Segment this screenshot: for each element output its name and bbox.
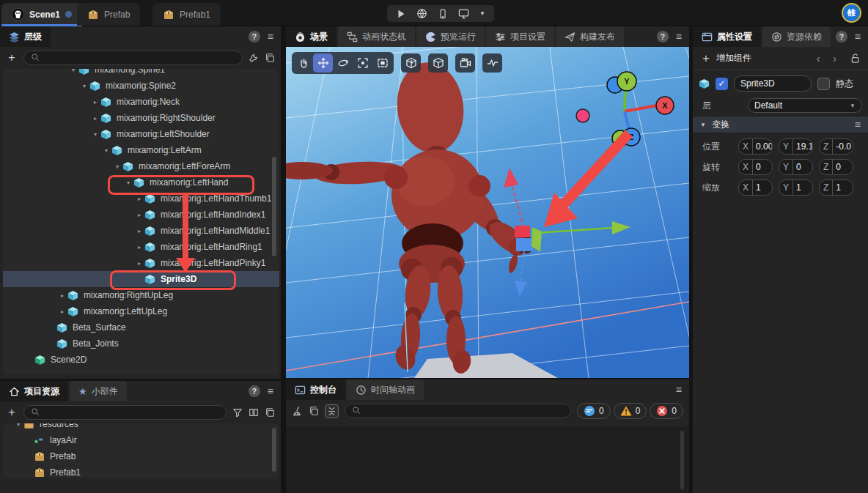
mobile-icon[interactable]: [438, 9, 448, 19]
hierarchy-scrollbar[interactable]: [272, 157, 276, 256]
hierarchy-search-input[interactable]: [23, 51, 243, 65]
field-y[interactable]: Y19.1: [779, 138, 813, 155]
expand-arrow[interactable]: ▸: [57, 292, 67, 299]
tree-item-mixamorig-leftupleg[interactable]: ▸mixamorig:LeftUpLeg: [3, 303, 279, 319]
inspector-tab[interactable]: 属性设置: [693, 26, 761, 47]
scene-viewport[interactable]: Y X Z: [286, 47, 689, 378]
web-icon[interactable]: [416, 8, 427, 19]
tree-item-mixamorig-lefthand[interactable]: ▾mixamorig:LeftHand: [3, 174, 279, 190]
tree-item-mixamorig-rightupleg[interactable]: ▸mixamorig:RightUpLeg: [3, 287, 279, 303]
object-enabled-checkbox[interactable]: ✓: [716, 78, 728, 90]
tree-item-mixamorig-leftforearm[interactable]: ▾mixamorig:LeftForeArm: [3, 158, 279, 174]
transform-section-header[interactable]: ▼ 变换 ≡: [693, 116, 868, 133]
duplicate-icon[interactable]: [265, 407, 275, 418]
copy-log-icon[interactable]: [309, 406, 319, 416]
field-z[interactable]: Z0: [819, 159, 853, 175]
help-icon[interactable]: ?: [836, 31, 847, 42]
scene-tab[interactable]: 动画状态机: [338, 26, 415, 47]
tree-item-mixamorig-lefthandring1[interactable]: ▸mixamorig:LeftHandRing1: [3, 239, 279, 255]
lock-icon[interactable]: [850, 53, 861, 64]
tree-item-resources[interactable]: ▾resources: [3, 423, 279, 432]
field-x[interactable]: X1: [738, 179, 773, 196]
tree-item-mixamorig-spine2[interactable]: ▾mixamorig:Spine2: [3, 78, 279, 94]
assets-tab[interactable]: ★小部件: [70, 381, 127, 401]
tree-item-mixamorig-lefthandmiddle1[interactable]: ▸mixamorig:LeftHandMiddle1: [3, 223, 279, 239]
tree-item-mixamorig-rightshoulder[interactable]: ▸mixamorig:RightShoulder: [3, 110, 279, 126]
doc-tab-scene1[interactable]: Scene1: [1, 3, 82, 26]
help-icon[interactable]: ?: [657, 31, 669, 42]
add-node-button[interactable]: +: [6, 51, 18, 64]
expand-arrow[interactable]: ▸: [90, 115, 100, 122]
tree-item-beta-joints[interactable]: Beta_Joints: [3, 336, 279, 352]
avatar[interactable]: 雒: [842, 3, 861, 23]
warning-badge[interactable]: 0: [614, 403, 647, 419]
tool-rect[interactable]: [372, 53, 392, 73]
expand-arrow[interactable]: ▾: [68, 69, 78, 73]
static-checkbox[interactable]: [817, 78, 830, 90]
expand-arrow[interactable]: ▸: [134, 228, 144, 234]
doc-tab-prefab[interactable]: Prefab: [77, 3, 140, 26]
tree-item-mixamorig-lefthandindex1[interactable]: ▸mixamorig:LeftHandIndex1: [3, 207, 279, 223]
expand-arrow[interactable]: ▾: [13, 423, 23, 428]
expand-arrow[interactable]: ▾: [112, 163, 122, 170]
console-search-input[interactable]: [345, 404, 571, 418]
assets-tab[interactable]: 项目资源: [0, 381, 68, 401]
scene-tab[interactable]: 预览运行: [416, 26, 485, 47]
collapse-log-icon[interactable]: [325, 404, 339, 418]
menu-icon[interactable]: ≡: [676, 384, 682, 396]
field-z[interactable]: Z1: [819, 179, 853, 196]
transform-menu-icon[interactable]: ≡: [855, 119, 861, 130]
expand-arrow[interactable]: ▸: [134, 260, 144, 267]
add-asset-button[interactable]: +: [6, 406, 18, 419]
play-icon[interactable]: [396, 9, 406, 19]
help-icon[interactable]: ?: [249, 385, 260, 397]
tool-camera-preview[interactable]: [455, 53, 475, 73]
tree-item-prefab[interactable]: Prefab: [3, 448, 279, 464]
error-badge[interactable]: 0: [650, 403, 683, 419]
clear-console-icon[interactable]: [292, 406, 303, 417]
filter-icon[interactable]: [232, 407, 243, 418]
tree-item-mixamorig-leftshoulder[interactable]: ▾mixamorig:LeftShoulder: [3, 126, 279, 142]
wrench-icon[interactable]: [249, 53, 259, 63]
tool-rotate[interactable]: [333, 53, 353, 73]
field-x[interactable]: X0: [738, 159, 773, 175]
expand-arrow[interactable]: ▾: [123, 179, 133, 186]
menu-icon[interactable]: ≡: [676, 31, 682, 42]
menu-icon[interactable]: ≡: [268, 31, 273, 42]
tree-item-layaair[interactable]: layaAir: [3, 432, 279, 448]
tool-frame[interactable]: [353, 53, 372, 73]
axis-ball-pink[interactable]: [576, 109, 589, 122]
scene-tab[interactable]: 场景: [286, 26, 336, 47]
tab-hierarchy[interactable]: 层级: [0, 26, 51, 47]
object-name-field[interactable]: Sprite3D: [734, 75, 812, 92]
tree-item-mixamorig-neck[interactable]: ▸mixamorig:Neck: [3, 94, 279, 110]
tool-shading[interactable]: [428, 53, 448, 73]
tree-item-sprite3d[interactable]: Sprite3D: [3, 271, 279, 287]
tool-pan[interactable]: [293, 53, 313, 73]
caret-down-icon[interactable]: ▼: [479, 10, 485, 17]
assets-search-input[interactable]: [23, 405, 227, 420]
scene-tab[interactable]: 构建发布: [556, 26, 624, 47]
expand-arrow[interactable]: ▸: [134, 196, 144, 202]
expand-arrow[interactable]: ▾: [79, 83, 89, 89]
console-tab[interactable]: 时间轴动画: [347, 379, 424, 400]
tool-view-cube[interactable]: [401, 53, 421, 73]
assets-scrollbar[interactable]: [272, 428, 276, 472]
tree-item-mixamorig-lefthandthumb1[interactable]: ▸mixamorig:LeftHandThumb1: [3, 190, 279, 207]
menu-icon[interactable]: ≡: [855, 31, 861, 42]
tree-item-prefab1[interactable]: Prefab1: [3, 464, 279, 478]
console-tab[interactable]: 控制台: [286, 379, 345, 400]
tool-stats[interactable]: [482, 53, 502, 73]
columns-icon[interactable]: [249, 407, 259, 418]
help-icon[interactable]: ?: [249, 31, 260, 42]
inspector-tab[interactable]: 资源依赖: [762, 26, 831, 47]
expand-arrow[interactable]: ▸: [134, 212, 144, 218]
tree-item-mixamorig-spine1[interactable]: ▾mixamorig:Spine1: [3, 69, 279, 78]
field-y[interactable]: Y0: [779, 159, 813, 175]
nav-forward-icon[interactable]: ›: [833, 53, 836, 64]
tree-item-beta-surface[interactable]: Beta_Surface: [3, 319, 279, 336]
info-badge[interactable]: 0: [577, 403, 611, 419]
duplicate-icon[interactable]: [265, 53, 275, 63]
field-z[interactable]: Z-0.0: [819, 138, 853, 155]
tree-item-mixamorig-leftarm[interactable]: ▾mixamorig:LeftArm: [3, 142, 279, 158]
